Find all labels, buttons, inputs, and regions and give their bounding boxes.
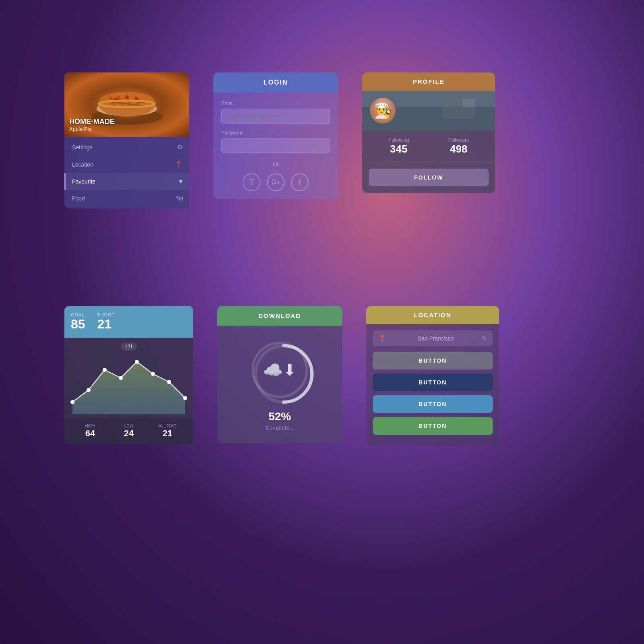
profile-card: PROFILE John Doe 📍 New York, NY <box>362 72 495 193</box>
edit-icon: ✎ <box>482 334 487 342</box>
login-header: LOGIN <box>213 72 338 93</box>
button-3-row: BUTTON <box>373 395 493 413</box>
food-menu: Settings ⚙ Location 📍 Favourite ♥ Food 🍽 <box>64 137 189 208</box>
food-title-area: HOME-MADE Apple Pie <box>69 118 115 132</box>
svg-point-19 <box>87 388 91 392</box>
button-green[interactable]: BUTTON <box>373 417 493 435</box>
svg-point-20 <box>103 368 107 372</box>
goal-value: 85 <box>71 317 85 331</box>
email-label: Email <box>221 101 330 106</box>
download-header: DOWNLOAD <box>217 306 342 326</box>
food-card: HOME-MADE Apple Pie Settings ⚙ Location … <box>64 72 189 208</box>
stats-top: GOAL 85 SHORT 21 <box>64 306 193 338</box>
svg-point-18 <box>70 400 74 404</box>
following-label: Following <box>369 137 429 143</box>
button-4-row: BUTTON <box>373 417 493 435</box>
food-title: HOME-MADE <box>69 118 115 126</box>
chart-tooltip: 121 <box>121 343 137 351</box>
followers-value: 498 <box>450 143 467 155</box>
login-card: LOGIN Email Password Or 𝕋 G+ f <box>213 72 338 199</box>
download-status: Complete... <box>265 425 294 431</box>
facebook-icon: f <box>299 178 301 187</box>
menu-settings[interactable]: Settings ⚙ <box>64 138 189 156</box>
location-header: LOCATION <box>366 306 499 324</box>
alltime-label: ALL TIME <box>148 424 187 428</box>
menu-location[interactable]: Location 📍 <box>64 156 189 173</box>
pin-small-icon: 📍 <box>378 334 386 342</box>
download-progress-ring: ☁️⬇ <box>252 342 308 398</box>
food-icon: 🍽 <box>176 195 183 202</box>
low-label: LOW <box>109 424 148 428</box>
high-value: 64 <box>85 428 95 438</box>
avatar <box>369 97 397 125</box>
twitter-icon: 𝕋 <box>249 178 254 187</box>
or-divider: Or <box>221 161 330 167</box>
high-stat: HIGH 64 <box>71 424 109 439</box>
alltime-stat: ALL TIME 21 <box>148 424 187 439</box>
password-input[interactable] <box>221 138 330 153</box>
settings-label: Settings <box>72 144 93 151</box>
food-subtitle: Apple Pie <box>69 126 115 132</box>
goal-stat: GOAL 85 <box>71 312 85 331</box>
low-value: 24 <box>124 428 134 438</box>
social-buttons: 𝕋 G+ f <box>221 173 330 191</box>
food-label: Food <box>72 195 85 202</box>
chart-area: 121 <box>64 338 193 418</box>
progress-svg <box>252 342 316 406</box>
email-input[interactable] <box>221 109 330 124</box>
stats-card: GOAL 85 SHORT 21 121 <box>64 306 193 444</box>
download-percentage: 52% <box>268 410 291 423</box>
button-1-row: BUTTON <box>373 352 493 369</box>
google-icon: G+ <box>271 179 280 186</box>
login-body: Email Password Or 𝕋 G+ f <box>213 93 338 199</box>
location-card: LOCATION 📍 San Francisco ✎ BUTTON BUTTON… <box>366 306 499 445</box>
short-value: 21 <box>97 317 115 331</box>
svg-rect-17 <box>463 99 475 107</box>
short-stat: SHORT 21 <box>97 312 115 331</box>
password-label: Password <box>221 130 330 136</box>
svg-point-11 <box>125 95 129 99</box>
heart-icon: ♥ <box>179 178 183 185</box>
google-button[interactable]: G+ <box>267 173 285 191</box>
followers-stat: Followers 498 <box>429 137 489 155</box>
menu-favourite[interactable]: Favourite ♥ <box>64 173 189 190</box>
stats-bottom: HIGH 64 LOW 24 ALL TIME 21 <box>64 418 193 444</box>
follow-button[interactable]: FOLLOW <box>369 169 489 186</box>
following-value: 345 <box>390 143 407 155</box>
favourite-label: Favourite <box>72 178 95 185</box>
svg-point-22 <box>135 360 139 364</box>
svg-point-21 <box>119 376 123 380</box>
button-blue[interactable]: BUTTON <box>373 395 493 413</box>
download-card: DOWNLOAD ☁️⬇ 52% Complete... <box>217 306 342 443</box>
location-label: Location <box>72 161 93 168</box>
low-stat: LOW 24 <box>109 424 148 439</box>
profile-banner: John Doe 📍 New York, NY <box>362 91 495 131</box>
followers-label: Followers <box>429 137 489 143</box>
city-name: San Francisco <box>418 335 454 342</box>
button-gray[interactable]: BUTTON <box>373 352 493 369</box>
profile-stats: Following 345 Followers 498 <box>362 131 495 162</box>
button-2-row: BUTTON <box>373 374 493 391</box>
download-body: ☁️⬇ 52% Complete... <box>217 326 342 443</box>
location-icon: 📍 <box>175 161 183 168</box>
facebook-button[interactable]: f <box>291 173 309 191</box>
location-body: 📍 San Francisco ✎ BUTTON BUTTON BUTTON B… <box>366 324 499 445</box>
profile-header: PROFILE <box>362 72 495 91</box>
svg-point-25 <box>183 396 187 400</box>
high-label: HIGH <box>71 424 109 428</box>
button-dark-blue[interactable]: BUTTON <box>373 374 493 391</box>
svg-point-23 <box>151 372 155 376</box>
twitter-button[interactable]: 𝕋 <box>243 173 260 191</box>
alltime-value: 21 <box>163 428 172 438</box>
avatar-face <box>370 98 396 124</box>
svg-point-24 <box>167 380 171 384</box>
location-input-row: 📍 San Francisco ✎ <box>373 330 493 346</box>
menu-food[interactable]: Food 🍽 <box>64 190 189 207</box>
following-stat: Following 345 <box>369 137 429 155</box>
gear-icon: ⚙ <box>177 143 183 151</box>
food-card-image: HOME-MADE Apple Pie <box>64 72 189 137</box>
